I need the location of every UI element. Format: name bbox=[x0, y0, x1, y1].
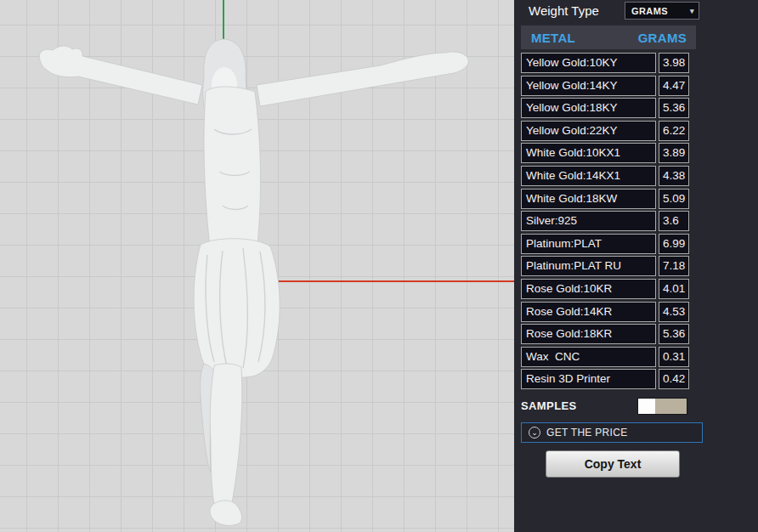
table-row: Rose Gold:14KR 4.53 bbox=[521, 302, 696, 322]
table-row: White Gold:18KW 5.09 bbox=[521, 189, 696, 209]
table-row: Rose Gold:10KR 4.01 bbox=[521, 279, 696, 299]
header-metal: METAL bbox=[531, 31, 575, 45]
weight-type-label: Weight Type bbox=[529, 3, 599, 18]
metal-name-cell[interactable]: Platinum:PLAT RU bbox=[521, 256, 656, 276]
table-row: Platinum:PLAT RU 7.18 bbox=[521, 256, 696, 276]
table-row: Silver:925 3.6 bbox=[521, 211, 696, 231]
metal-weight-cell[interactable]: 7.18 bbox=[659, 256, 689, 276]
metal-weight-cell[interactable]: 3.98 bbox=[659, 53, 689, 73]
metal-table-rows: Yellow Gold:10KY 3.98 Yellow Gold:14KY 4… bbox=[521, 53, 696, 392]
metal-name-cell[interactable]: Rose Gold:14KR bbox=[521, 302, 656, 322]
metal-weight-cell[interactable]: 5.36 bbox=[659, 98, 689, 118]
metal-name-cell[interactable]: Platinum:PLAT bbox=[521, 234, 656, 254]
expander-chevron-icon: ⌄ bbox=[529, 427, 540, 439]
chevron-down-icon: ▾ bbox=[690, 7, 694, 15]
metal-weight-cell[interactable]: 3.6 bbox=[659, 211, 689, 231]
metal-name-cell[interactable]: White Gold:18KW bbox=[521, 189, 656, 209]
metal-weight-cell[interactable]: 6.22 bbox=[659, 121, 689, 141]
metal-weight-cell[interactable]: 0.42 bbox=[659, 369, 689, 389]
viewport-3d[interactable] bbox=[0, 0, 514, 532]
model-jesus-figure[interactable] bbox=[39, 39, 468, 525]
metal-weight-cell[interactable]: 3.89 bbox=[659, 143, 689, 163]
table-row: Yellow Gold:10KY 3.98 bbox=[521, 53, 696, 73]
metal-name-cell[interactable]: Rose Gold:18KR bbox=[521, 324, 656, 344]
samples-toggle[interactable] bbox=[637, 398, 687, 415]
app-window: Weight Type GRAMS ▾ METAL GRAMS Yellow G… bbox=[0, 0, 758, 532]
get-the-price-expander[interactable]: ⌄ GET THE PRICE bbox=[521, 422, 703, 443]
metal-name-cell[interactable]: Yellow Gold:14KY bbox=[521, 76, 656, 96]
metal-weight-cell[interactable]: 6.99 bbox=[659, 234, 689, 254]
metal-weight-cell[interactable]: 5.09 bbox=[659, 189, 689, 209]
metal-weight-cell[interactable]: 4.01 bbox=[659, 279, 689, 299]
weight-type-value: GRAMS bbox=[631, 6, 668, 16]
metal-weight-cell[interactable]: 0.31 bbox=[659, 347, 689, 367]
sample-swatch-white bbox=[638, 399, 655, 414]
metal-name-cell[interactable]: Wax CNC bbox=[521, 347, 656, 367]
table-row: White Gold:14KX1 4.38 bbox=[521, 166, 696, 186]
viewport-canvas bbox=[0, 0, 514, 532]
weight-type-dropdown[interactable]: GRAMS ▾ bbox=[625, 2, 699, 20]
metal-name-cell[interactable]: White Gold:10KX1 bbox=[521, 143, 656, 163]
table-row: White Gold:10KX1 3.89 bbox=[521, 143, 696, 163]
metal-name-cell[interactable]: Resin 3D Printer bbox=[521, 369, 656, 389]
table-row: Wax CNC 0.31 bbox=[521, 347, 696, 367]
table-row: Yellow Gold:22KY 6.22 bbox=[521, 121, 696, 141]
copy-text-button[interactable]: Copy Text bbox=[546, 450, 680, 478]
metal-weight-cell[interactable]: 4.53 bbox=[659, 302, 689, 322]
metal-weight-cell[interactable]: 4.38 bbox=[659, 166, 689, 186]
metal-name-cell[interactable]: Yellow Gold:18KY bbox=[521, 98, 656, 118]
table-row: Rose Gold:18KR 5.36 bbox=[521, 324, 696, 344]
table-row: Platinum:PLAT 6.99 bbox=[521, 234, 696, 254]
metal-name-cell[interactable]: Yellow Gold:22KY bbox=[521, 121, 656, 141]
sample-swatch-tan bbox=[655, 399, 687, 414]
samples-row: SAMPLES bbox=[521, 398, 696, 416]
header-grams: GRAMS bbox=[638, 31, 687, 45]
weight-calculator-panel: Weight Type GRAMS ▾ METAL GRAMS Yellow G… bbox=[514, 0, 758, 532]
get-the-price-label: GET THE PRICE bbox=[546, 427, 627, 439]
metal-weight-cell[interactable]: 5.36 bbox=[659, 324, 689, 344]
samples-label: SAMPLES bbox=[521, 399, 577, 412]
table-row: Yellow Gold:18KY 5.36 bbox=[521, 98, 696, 118]
metal-table-header: METAL GRAMS bbox=[521, 25, 696, 49]
metal-name-cell[interactable]: Yellow Gold:10KY bbox=[521, 53, 656, 73]
metal-weight-cell[interactable]: 4.47 bbox=[659, 76, 689, 96]
table-row: Yellow Gold:14KY 4.47 bbox=[521, 76, 696, 96]
metal-name-cell[interactable]: Rose Gold:10KR bbox=[521, 279, 656, 299]
metal-name-cell[interactable]: White Gold:14KX1 bbox=[521, 166, 656, 186]
table-row: Resin 3D Printer 0.42 bbox=[521, 369, 696, 389]
metal-name-cell[interactable]: Silver:925 bbox=[521, 211, 656, 231]
